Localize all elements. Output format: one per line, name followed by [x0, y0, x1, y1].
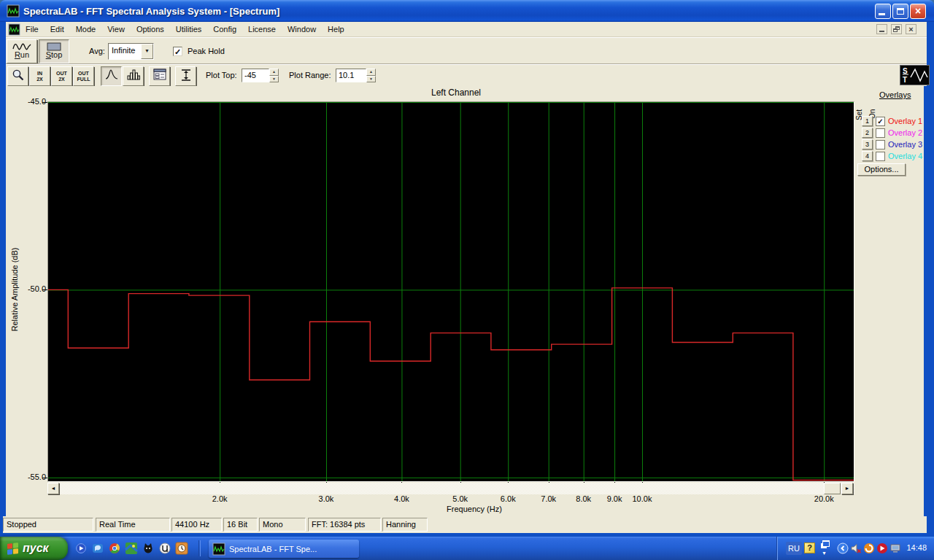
spectralab-logo: ST	[900, 65, 930, 85]
histogram-icon	[127, 69, 140, 80]
spectrum-trace-svg	[48, 102, 854, 481]
status-cell: FFT: 16384 pts	[308, 518, 381, 532]
plot-toolbar: IN2X OUT2X OUTFULL Plot Top: -45	[6, 64, 927, 86]
menu-item-view[interactable]: View	[101, 23, 131, 36]
menu-item-options[interactable]: Options	[131, 23, 170, 36]
menu-item-license[interactable]: License	[242, 23, 282, 36]
overlay-checkbox-3[interactable]	[876, 140, 885, 149]
svg-text:T: T	[903, 76, 907, 84]
start-button[interactable]: пуск	[0, 537, 68, 560]
avg-combobox[interactable]: Infinite ▼	[108, 43, 154, 60]
overlay-options-button[interactable]: Options...	[857, 163, 906, 176]
overlay-set-button-3[interactable]: 3	[862, 139, 873, 149]
zoom-out-full-button[interactable]: OUTFULL	[73, 66, 94, 86]
maximize-button[interactable]	[892, 4, 908, 19]
run-button[interactable]: Run	[7, 39, 37, 63]
menu-item-help[interactable]: Help	[322, 23, 350, 36]
taskbar: пуск SpectraLAB - FFT Spe... RU ? ▼ 14:4…	[0, 537, 934, 560]
mdi-child-icon[interactable]	[9, 24, 20, 35]
spectrum-trace	[48, 288, 854, 481]
y-axis-tick-label: -45.0	[15, 97, 46, 106]
menu-item-mode[interactable]: Mode	[70, 23, 102, 36]
bar-plot-mode-button[interactable]	[123, 66, 144, 86]
language-indicator[interactable]: RU	[786, 542, 802, 555]
media-player-icon[interactable]	[75, 542, 87, 554]
overlay-checkbox-1[interactable]: ✓	[876, 117, 885, 126]
menu-item-edit[interactable]: Edit	[45, 23, 70, 36]
scrollbar-thumb[interactable]	[824, 483, 841, 494]
status-cell: Mono	[259, 518, 306, 532]
clock-app-icon[interactable]	[176, 542, 188, 554]
peak-hold-checkbox[interactable]: ✓	[173, 47, 182, 56]
maps-icon[interactable]	[126, 542, 137, 554]
minimize-button[interactable]	[875, 4, 891, 19]
taskbar-task-spectralab[interactable]: SpectraLAB - FFT Spe...	[209, 540, 359, 558]
taskbar-divider	[198, 540, 201, 556]
quick-launch-area	[75, 542, 188, 554]
pet-icon[interactable]	[142, 542, 154, 554]
status-cell: 44100 Hz	[171, 518, 222, 532]
spin-down-icon[interactable]: ▼	[366, 76, 376, 83]
mdi-restore-icon[interactable]	[891, 24, 902, 34]
titlebar[interactable]: SpectraLAB - FFT Spectral Analysis Syste…	[0, 0, 934, 22]
overlay-set-button-1[interactable]: 1	[862, 116, 873, 126]
status-bar: StoppedReal Time44100 Hz16 BitMonoFFT: 1…	[3, 516, 927, 533]
spin-up-icon[interactable]: ▲	[366, 69, 376, 76]
zoom-tool-button[interactable]	[7, 66, 28, 86]
spin-down-icon[interactable]: ▼	[269, 76, 279, 83]
mdi-window-controls: ×	[876, 24, 916, 34]
peak-curve-icon	[105, 69, 118, 80]
avg-value: Infinite	[109, 44, 141, 59]
close-button[interactable]: ×	[910, 4, 926, 19]
svg-text:S: S	[903, 67, 908, 75]
volume-muted-icon[interactable]	[850, 542, 862, 554]
menu-item-window[interactable]: Window	[282, 23, 322, 36]
utorrent-icon[interactable]	[159, 542, 171, 554]
overlay-label: Overlay 2	[888, 128, 922, 137]
chart-title: Left Channel	[347, 88, 566, 98]
help-icon[interactable]: ?	[804, 542, 815, 553]
scroll-right-icon[interactable]: ►	[841, 483, 853, 494]
app-icon	[7, 5, 19, 17]
mdi-minimize-icon[interactable]	[876, 24, 887, 34]
menu-item-config[interactable]: Config	[207, 23, 242, 36]
overlay-checkbox-4[interactable]	[876, 152, 885, 161]
window-title: SpectraLAB - FFT Spectral Analysis Syste…	[23, 6, 279, 17]
updater-icon[interactable]	[863, 542, 875, 554]
line-plot-mode-button[interactable]	[101, 66, 122, 86]
horizontal-scrollbar[interactable]: ◄ ►	[47, 483, 854, 494]
plot-range-spinner[interactable]: ▲ ▼	[366, 69, 376, 82]
stop-button[interactable]: Stop	[39, 39, 69, 63]
network-icon[interactable]	[889, 542, 901, 554]
browser-icon[interactable]	[109, 542, 120, 554]
peak-hold-label: Peak Hold	[188, 47, 225, 55]
menu-item-file[interactable]: File	[20, 23, 45, 36]
overlay-row: 1✓Overlay 1	[862, 115, 922, 127]
overlay-set-button-4[interactable]: 4	[862, 151, 873, 161]
menu-item-utilities[interactable]: Utilities	[170, 23, 207, 36]
collapse-chevron-icon[interactable]	[837, 542, 849, 554]
display-options-button[interactable]	[149, 66, 170, 86]
combo-dropdown-icon[interactable]: ▼	[141, 44, 153, 59]
overlay-set-button-2[interactable]: 2	[862, 128, 873, 138]
status-cell: Real Time	[96, 518, 170, 532]
scroll-left-icon[interactable]: ◄	[47, 483, 59, 494]
player-icon[interactable]	[876, 542, 888, 554]
tray-icons	[837, 542, 901, 554]
chevron-down-icon[interactable]: ▼	[822, 551, 827, 556]
vertical-range-button[interactable]	[175, 66, 196, 86]
messenger-icon[interactable]	[92, 542, 104, 554]
windows-flag-icon	[7, 542, 18, 555]
zoom-in-2x-button[interactable]: IN2X	[29, 66, 50, 86]
y-axis-tick-label: -50.0	[15, 284, 46, 293]
plot-top-spinner[interactable]: ▲ ▼	[269, 69, 279, 82]
system-tray: RU ? ▼ 14:48	[776, 537, 934, 560]
plot-top-input[interactable]: -45	[242, 69, 269, 82]
spin-up-icon[interactable]: ▲	[269, 69, 279, 76]
mdi-close-icon[interactable]: ×	[906, 24, 916, 34]
overlay-row: 2Overlay 2	[862, 127, 922, 139]
zoom-out-2x-button[interactable]: OUT2X	[51, 66, 72, 86]
restore-windows-icon[interactable]	[822, 540, 830, 547]
overlay-checkbox-2[interactable]	[876, 128, 885, 138]
plot-range-input[interactable]: 10.1	[336, 69, 366, 82]
